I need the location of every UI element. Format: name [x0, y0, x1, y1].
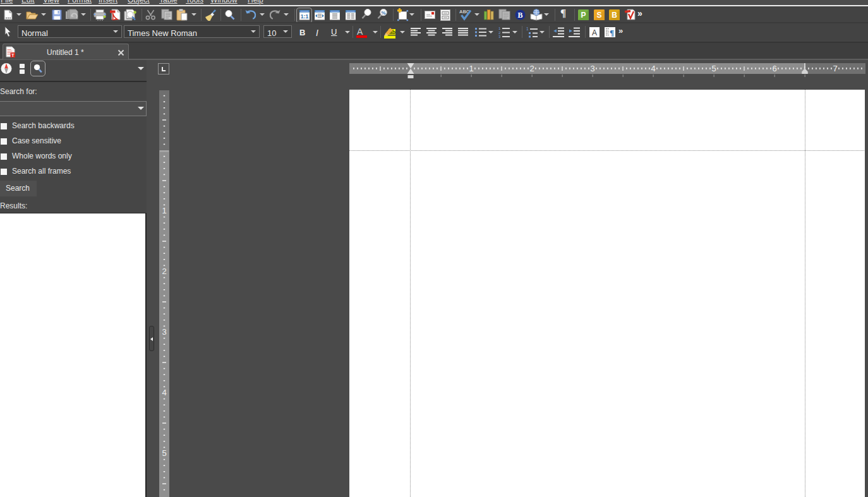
svg-text:4: 4 [651, 64, 655, 73]
svg-text:1: 1 [469, 64, 473, 73]
svg-text:3: 3 [590, 64, 594, 73]
svg-text:5: 5 [711, 64, 716, 73]
svg-text:1: 1 [162, 206, 166, 215]
svg-text:6: 6 [772, 64, 776, 73]
svg-text:7: 7 [833, 64, 837, 73]
svg-text:5: 5 [162, 448, 166, 458]
svg-text:3: 3 [162, 327, 166, 337]
svg-text:4: 4 [162, 388, 166, 397]
svg-text:2: 2 [162, 266, 166, 276]
svg-text:2: 2 [529, 64, 534, 73]
